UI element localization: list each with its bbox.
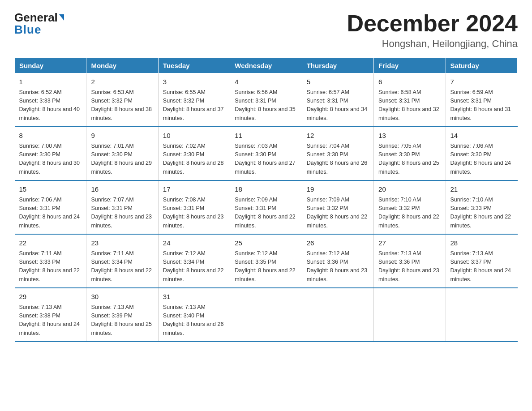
day-info: Sunrise: 7:13 AM Sunset: 3:37 PM Dayligh… — [450, 249, 513, 284]
calendar-week-row: 1 Sunrise: 6:52 AM Sunset: 3:33 PM Dayli… — [15, 73, 518, 127]
day-info: Sunrise: 7:06 AM Sunset: 3:31 PM Dayligh… — [19, 196, 82, 231]
header-monday: Monday — [86, 58, 158, 73]
calendar-week-row: 8 Sunrise: 7:00 AM Sunset: 3:30 PM Dayli… — [15, 127, 518, 180]
day-number: 31 — [163, 292, 225, 302]
day-number: 11 — [235, 131, 297, 141]
day-number: 15 — [19, 184, 82, 195]
day-number: 26 — [307, 238, 369, 248]
table-row: 17 Sunrise: 7:08 AM Sunset: 3:31 PM Dayl… — [158, 180, 230, 234]
day-info: Sunrise: 6:59 AM Sunset: 3:31 PM Dayligh… — [450, 88, 513, 123]
day-number: 8 — [19, 131, 82, 141]
table-row: 23 Sunrise: 7:11 AM Sunset: 3:34 PM Dayl… — [86, 234, 158, 288]
calendar-table: Sunday Monday Tuesday Wednesday Thursday… — [14, 58, 518, 342]
day-info: Sunrise: 7:09 AM Sunset: 3:31 PM Dayligh… — [235, 196, 297, 231]
header-thursday: Thursday — [302, 58, 373, 73]
table-row: 16 Sunrise: 7:07 AM Sunset: 3:31 PM Dayl… — [86, 180, 158, 234]
day-info: Sunrise: 7:06 AM Sunset: 3:30 PM Dayligh… — [450, 142, 513, 177]
header-tuesday: Tuesday — [158, 58, 230, 73]
table-row: 10 Sunrise: 7:02 AM Sunset: 3:30 PM Dayl… — [158, 127, 230, 180]
table-row: 31 Sunrise: 7:13 AM Sunset: 3:40 PM Dayl… — [158, 288, 230, 342]
day-number: 25 — [235, 238, 297, 248]
day-info: Sunrise: 6:55 AM Sunset: 3:32 PM Dayligh… — [163, 88, 225, 123]
table-row: 5 Sunrise: 6:57 AM Sunset: 3:31 PM Dayli… — [302, 73, 373, 127]
day-info: Sunrise: 7:05 AM Sunset: 3:30 PM Dayligh… — [378, 142, 441, 177]
day-info: Sunrise: 7:12 AM Sunset: 3:35 PM Dayligh… — [235, 249, 297, 284]
day-info: Sunrise: 6:57 AM Sunset: 3:31 PM Dayligh… — [307, 88, 369, 123]
day-number: 18 — [235, 184, 297, 195]
table-row: 7 Sunrise: 6:59 AM Sunset: 3:31 PM Dayli… — [446, 73, 517, 127]
table-row: 22 Sunrise: 7:11 AM Sunset: 3:33 PM Dayl… — [15, 234, 86, 288]
day-number: 5 — [307, 77, 369, 87]
table-row: 4 Sunrise: 6:56 AM Sunset: 3:31 PM Dayli… — [230, 73, 302, 127]
day-number: 29 — [19, 292, 82, 302]
day-number: 3 — [163, 77, 225, 87]
day-number: 1 — [19, 77, 82, 87]
day-number: 17 — [163, 184, 225, 195]
day-number: 16 — [91, 184, 153, 195]
calendar-week-row: 29 Sunrise: 7:13 AM Sunset: 3:38 PM Dayl… — [15, 288, 518, 342]
table-row — [302, 288, 373, 342]
table-row: 29 Sunrise: 7:13 AM Sunset: 3:38 PM Dayl… — [15, 288, 86, 342]
table-row: 1 Sunrise: 6:52 AM Sunset: 3:33 PM Dayli… — [15, 73, 86, 127]
table-row — [446, 288, 517, 342]
day-number: 12 — [307, 131, 369, 141]
day-info: Sunrise: 7:09 AM Sunset: 3:32 PM Dayligh… — [307, 196, 369, 231]
day-info: Sunrise: 7:02 AM Sunset: 3:30 PM Dayligh… — [163, 142, 225, 177]
table-row: 8 Sunrise: 7:00 AM Sunset: 3:30 PM Dayli… — [15, 127, 86, 180]
table-row: 28 Sunrise: 7:13 AM Sunset: 3:37 PM Dayl… — [446, 234, 517, 288]
title-block: December 2024 Hongshan, Heilongjiang, Ch… — [347, 11, 518, 50]
calendar-week-row: 22 Sunrise: 7:11 AM Sunset: 3:33 PM Dayl… — [15, 234, 518, 288]
day-info: Sunrise: 7:01 AM Sunset: 3:30 PM Dayligh… — [91, 142, 153, 177]
day-number: 30 — [91, 292, 153, 302]
day-number: 22 — [19, 238, 82, 248]
header-wednesday: Wednesday — [230, 58, 302, 73]
table-row: 9 Sunrise: 7:01 AM Sunset: 3:30 PM Dayli… — [86, 127, 158, 180]
calendar-week-row: 15 Sunrise: 7:06 AM Sunset: 3:31 PM Dayl… — [15, 180, 518, 234]
header-friday: Friday — [374, 58, 446, 73]
day-number: 10 — [163, 131, 225, 141]
table-row: 21 Sunrise: 7:10 AM Sunset: 3:33 PM Dayl… — [446, 180, 517, 234]
day-info: Sunrise: 6:53 AM Sunset: 3:32 PM Dayligh… — [91, 88, 153, 123]
day-info: Sunrise: 7:04 AM Sunset: 3:30 PM Dayligh… — [307, 142, 369, 177]
table-row: 6 Sunrise: 6:58 AM Sunset: 3:31 PM Dayli… — [374, 73, 446, 127]
table-row: 11 Sunrise: 7:03 AM Sunset: 3:30 PM Dayl… — [230, 127, 302, 180]
day-number: 27 — [378, 238, 441, 248]
table-row: 12 Sunrise: 7:04 AM Sunset: 3:30 PM Dayl… — [302, 127, 373, 180]
table-row: 24 Sunrise: 7:12 AM Sunset: 3:34 PM Dayl… — [158, 234, 230, 288]
table-row: 13 Sunrise: 7:05 AM Sunset: 3:30 PM Dayl… — [374, 127, 446, 180]
day-info: Sunrise: 6:58 AM Sunset: 3:31 PM Dayligh… — [378, 88, 441, 123]
table-row: 14 Sunrise: 7:06 AM Sunset: 3:30 PM Dayl… — [446, 127, 517, 180]
table-row: 27 Sunrise: 7:13 AM Sunset: 3:36 PM Dayl… — [374, 234, 446, 288]
day-number: 20 — [378, 184, 441, 195]
day-info: Sunrise: 7:11 AM Sunset: 3:34 PM Dayligh… — [91, 249, 153, 284]
table-row: 19 Sunrise: 7:09 AM Sunset: 3:32 PM Dayl… — [302, 180, 373, 234]
day-number: 13 — [378, 131, 441, 141]
day-number: 4 — [235, 77, 297, 87]
table-row: 3 Sunrise: 6:55 AM Sunset: 3:32 PM Dayli… — [158, 73, 230, 127]
table-row: 26 Sunrise: 7:12 AM Sunset: 3:36 PM Dayl… — [302, 234, 373, 288]
logo: General Blue — [14, 11, 64, 37]
table-row: 25 Sunrise: 7:12 AM Sunset: 3:35 PM Dayl… — [230, 234, 302, 288]
day-info: Sunrise: 7:10 AM Sunset: 3:33 PM Dayligh… — [450, 196, 513, 231]
page-header: General Blue December 2024 Hongshan, Hei… — [14, 11, 518, 50]
day-number: 14 — [450, 131, 513, 141]
day-number: 2 — [91, 77, 153, 87]
day-info: Sunrise: 7:10 AM Sunset: 3:32 PM Dayligh… — [378, 196, 441, 231]
day-info: Sunrise: 7:00 AM Sunset: 3:30 PM Dayligh… — [19, 142, 82, 177]
day-info: Sunrise: 7:08 AM Sunset: 3:31 PM Dayligh… — [163, 196, 225, 231]
table-row: 18 Sunrise: 7:09 AM Sunset: 3:31 PM Dayl… — [230, 180, 302, 234]
day-info: Sunrise: 7:13 AM Sunset: 3:40 PM Dayligh… — [163, 303, 225, 338]
day-info: Sunrise: 7:12 AM Sunset: 3:36 PM Dayligh… — [307, 249, 369, 284]
day-info: Sunrise: 7:13 AM Sunset: 3:39 PM Dayligh… — [91, 303, 153, 338]
day-info: Sunrise: 6:52 AM Sunset: 3:33 PM Dayligh… — [19, 88, 82, 123]
table-row — [374, 288, 446, 342]
day-number: 7 — [450, 77, 513, 87]
day-info: Sunrise: 7:11 AM Sunset: 3:33 PM Dayligh… — [19, 249, 82, 284]
calendar-title: December 2024 — [347, 11, 518, 36]
header-sunday: Sunday — [15, 58, 86, 73]
calendar-subtitle: Hongshan, Heilongjiang, China — [347, 38, 518, 50]
day-info: Sunrise: 7:07 AM Sunset: 3:31 PM Dayligh… — [91, 196, 153, 231]
day-info: Sunrise: 7:03 AM Sunset: 3:30 PM Dayligh… — [235, 142, 297, 177]
day-number: 21 — [450, 184, 513, 195]
table-row: 15 Sunrise: 7:06 AM Sunset: 3:31 PM Dayl… — [15, 180, 86, 234]
